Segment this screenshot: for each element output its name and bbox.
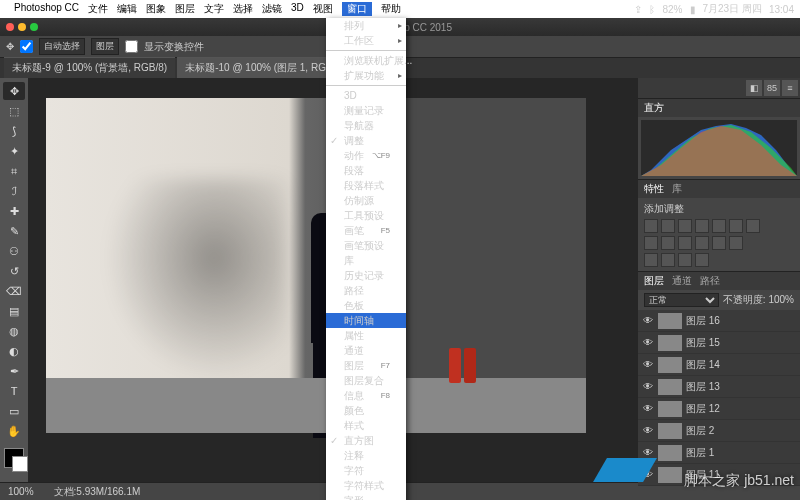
menu-help[interactable]: 帮助 [381,2,401,16]
adj-icon[interactable] [661,219,675,233]
menu-item[interactable]: ✓直方图 [326,433,406,448]
close-icon[interactable] [6,23,14,31]
adj-icon[interactable] [746,219,760,233]
visibility-icon[interactable]: 👁 [642,425,654,436]
adj-icon[interactable] [695,253,709,267]
menu-item[interactable]: 注释 [326,448,406,463]
minimize-icon[interactable] [18,23,26,31]
menu-view[interactable]: 视图 [313,2,333,16]
adj-icon[interactable] [695,236,709,250]
panel-icon[interactable]: 85 [764,80,780,96]
layer-thumb[interactable] [658,445,682,461]
menu-item[interactable]: 导航器 [326,118,406,133]
adj-icon[interactable] [712,236,726,250]
visibility-icon[interactable]: 👁 [642,403,654,414]
bluetooth-icon[interactable]: ᛒ [649,4,655,15]
transform-check[interactable] [125,40,138,53]
menu-item[interactable]: 测量记录 [326,103,406,118]
history-brush-icon[interactable]: ↺ [3,262,25,280]
wifi-icon[interactable]: ⇪ [634,4,642,15]
menu-item[interactable]: 图层F7 [326,358,406,373]
pen-tool-icon[interactable]: ✒ [3,362,25,380]
autoselect-check[interactable] [20,40,33,53]
adj-icon[interactable] [644,219,658,233]
adj-icon[interactable] [712,219,726,233]
menu-item[interactable]: 时间轴 [326,313,406,328]
blend-mode-select[interactable]: 正常 [644,293,719,307]
dodge-tool-icon[interactable]: ◐ [3,342,25,360]
menu-select[interactable]: 选择 [233,2,253,16]
adj-icon[interactable] [729,219,743,233]
menu-item[interactable]: 工具预设 [326,208,406,223]
menu-image[interactable]: 图象 [146,2,166,16]
heal-tool-icon[interactable]: ✚ [3,202,25,220]
menu-item[interactable]: 字符 [326,463,406,478]
marquee-tool-icon[interactable]: ⬚ [3,102,25,120]
layer-list[interactable]: 👁图层 16 👁图层 15 👁图层 14 👁图层 13 👁图层 12 👁图层 2… [638,310,800,486]
eyedrop-tool-icon[interactable]: ℐ [3,182,25,200]
layer-thumb[interactable] [658,335,682,351]
menu-text[interactable]: 文字 [204,2,224,16]
menu-layer[interactable]: 图层 [175,2,195,16]
wand-tool-icon[interactable]: ✦ [3,142,25,160]
menu-item[interactable]: 字符样式 [326,478,406,493]
tab-properties[interactable]: 特性 [644,182,664,196]
menu-item[interactable]: 段落 [326,163,406,178]
layer-thumb[interactable] [658,467,682,483]
move-tool-icon[interactable]: ✥ [3,82,25,100]
adj-icon[interactable] [678,219,692,233]
color-swatch[interactable] [4,448,24,468]
path-tool-icon[interactable]: ▭ [3,402,25,420]
menu-edit[interactable]: 编辑 [117,2,137,16]
layer-row[interactable]: 👁图层 12 [638,398,800,420]
gradient-tool-icon[interactable]: ▤ [3,302,25,320]
opacity-label[interactable]: 不透明度: 100% [723,293,794,307]
layer-row[interactable]: 👁图层 13 [638,376,800,398]
menu-item[interactable]: 排列▸ [326,18,406,33]
blur-tool-icon[interactable]: ◍ [3,322,25,340]
adj-icon[interactable] [644,253,658,267]
brush-tool-icon[interactable]: ✎ [3,222,25,240]
doc-tab[interactable]: 未标题-9 @ 100% (背景墙, RGB/8) [4,57,175,78]
menu-file[interactable]: 文件 [88,2,108,16]
visibility-icon[interactable]: 👁 [642,381,654,392]
tab-paths[interactable]: 路径 [700,274,720,288]
menu-window[interactable]: 窗口 [342,2,372,16]
layer-row[interactable]: 👁图层 1 [638,442,800,464]
adj-icon[interactable] [695,219,709,233]
layer-thumb[interactable] [658,379,682,395]
adj-icon[interactable] [661,253,675,267]
eraser-tool-icon[interactable]: ⌫ [3,282,25,300]
menu-item[interactable]: 仿制源 [326,193,406,208]
menu-item[interactable]: ✓调整 [326,133,406,148]
tab-channels[interactable]: 通道 [672,274,692,288]
panel-icon[interactable]: ◧ [746,80,762,96]
app-name[interactable]: Photoshop CC [14,2,79,16]
menu-item[interactable]: 画笔预设 [326,238,406,253]
panel-icon[interactable]: ≡ [782,80,798,96]
adj-icon[interactable] [678,236,692,250]
layer-thumb[interactable] [658,313,682,329]
layer-row[interactable]: 👁图层 2 [638,420,800,442]
lasso-tool-icon[interactable]: ⟆ [3,122,25,140]
autoselect-type[interactable]: 图层 [91,38,119,55]
menu-filter[interactable]: 滤镜 [262,2,282,16]
menu-item[interactable]: 动作⌥F9 [326,148,406,163]
layer-row[interactable]: 👁图层 14 [638,354,800,376]
stamp-tool-icon[interactable]: ⚇ [3,242,25,260]
menu-item[interactable]: 工作区▸ [326,33,406,48]
layer-thumb[interactable] [658,357,682,373]
visibility-icon[interactable]: 👁 [642,359,654,370]
layer-thumb[interactable] [658,423,682,439]
menu-item[interactable]: 色板 [326,298,406,313]
tab-layers[interactable]: 图层 [644,274,664,288]
menu-item[interactable]: 段落样式 [326,178,406,193]
visibility-icon[interactable]: 👁 [642,315,654,326]
adj-icon[interactable] [678,253,692,267]
layer-row[interactable]: 👁图层 15 [638,332,800,354]
adj-icon[interactable] [729,236,743,250]
menu-item[interactable]: 信息F8 [326,388,406,403]
zoom-icon[interactable] [30,23,38,31]
menu-item[interactable]: 库 [326,253,406,268]
zoom-level[interactable]: 100% [8,486,34,497]
